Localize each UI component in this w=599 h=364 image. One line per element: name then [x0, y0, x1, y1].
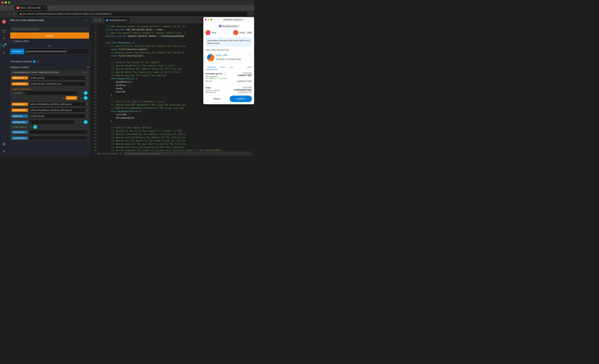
func-row-requestrelay: requestRelayB... ▾	[10, 107, 89, 113]
fulfill-chevron-icon[interactable]: ▾	[87, 77, 88, 79]
mm-contract-info-icon[interactable]: i	[247, 54, 250, 57]
lock-icon: 🔒	[20, 13, 22, 15]
clear-contracts-icon[interactable]: 🗑	[87, 66, 89, 68]
bookmark-icon[interactable]: ☆	[249, 12, 253, 16]
relay-epoch-button[interactable]: relayEpochInd...	[12, 131, 28, 134]
mm-total-values: 0.00015663 0.00015663 DEV	[234, 86, 252, 91]
browser-tab[interactable]: Remix - Ethereum IDE ✕	[15, 5, 47, 10]
required-deposit-button[interactable]: requiredDeposit	[12, 136, 28, 140]
tab-close-icon[interactable]: ✕	[44, 7, 45, 9]
get-request-status-button[interactable]: getRequestSta...	[12, 121, 28, 124]
mm-close-light[interactable]	[205, 19, 207, 20]
fulfill-request-button[interactable]: fulfillRequest	[12, 76, 28, 79]
relay-epoch-input[interactable]	[29, 130, 88, 134]
transactions-chevron-icon[interactable]: ›	[88, 60, 89, 63]
func-row-getrequeststatus: getRequestSta... ▾ ← 2	[10, 119, 89, 125]
mm-contract-addr[interactable]: 0x000...0809	[216, 54, 246, 56]
request-relay-input[interactable]	[29, 108, 86, 112]
request-id-input[interactable]	[24, 91, 77, 95]
tab-label: Remix - Ethereum IDE	[20, 7, 40, 9]
get-request-status-input[interactable]	[29, 120, 75, 124]
transact-copy-icon[interactable]: ⧉	[63, 97, 65, 99]
publish-row: Publish to IPFS	[10, 40, 89, 43]
mm-gas-small-value: 0.00015663	[238, 72, 252, 74]
request-local-input[interactable]	[29, 102, 86, 106]
mm-gas-info-icon[interactable]: i	[223, 72, 226, 75]
func-row-relayepoch: relayEpochInd...	[10, 129, 89, 135]
editor-bottom-bar: listen on all transactions	[91, 151, 254, 156]
contract-header-row[interactable]: ▾ RANDOMNESS AT 0X000...00809 (BLOCKCHAI…	[10, 70, 89, 75]
mm-tab-data[interactable]: DATA	[218, 65, 228, 70]
mm-notice[interactable]: New address detected! Click here to add …	[205, 37, 252, 47]
zoom-in-button[interactable]: ⊕	[98, 18, 101, 22]
close-traffic-light[interactable]	[1, 1, 4, 4]
sidebar-icon-settings[interactable]	[1, 148, 7, 154]
required-deposit-input[interactable]	[29, 136, 88, 140]
listen-checkbox[interactable]	[93, 152, 96, 155]
request-local-button[interactable]: requestLocalV...	[12, 103, 28, 106]
mm-total-small: 0.00015663	[234, 86, 252, 88]
requestlocal-chevron-icon[interactable]: ▾	[87, 103, 88, 105]
editor-tab-randomness[interactable]: Randomness.sol ✕	[104, 17, 130, 23]
reload-button[interactable]: ↻	[12, 12, 16, 16]
getrequest-chevron-icon[interactable]: ▾	[87, 115, 88, 117]
transactions-section-header[interactable]: Transactions recorded 1 i ›	[8, 59, 91, 64]
requestrelay-chevron-icon[interactable]: ▾	[87, 109, 88, 111]
editor-tab-close-icon[interactable]: ✕	[126, 19, 128, 21]
at-address-button[interactable]: At Address	[10, 49, 24, 54]
mm-network-badge[interactable]: Moonbase Alpha ▾	[218, 24, 240, 28]
mm-to-account: 0x000...0809	[233, 30, 252, 35]
get-request-input[interactable]	[29, 114, 86, 118]
code-line-41: 41 /// @param refundAddress The address …	[91, 133, 254, 136]
url-bar[interactable]: 🔒 remix.ethereum.org/#optimize=false&run…	[18, 12, 247, 16]
request-relay-button[interactable]: requestRelayB...	[12, 109, 28, 112]
search-tx-input[interactable]	[123, 152, 252, 155]
minimize-traffic-light[interactable]	[5, 1, 7, 4]
mm-minimize-light[interactable]	[208, 19, 210, 20]
sidebar-icon-git[interactable]	[1, 50, 7, 56]
mm-accounts: Alice → 0x000...0809	[205, 30, 252, 35]
mm-edit-button[interactable]: EDIT	[247, 65, 252, 70]
mm-divider	[205, 85, 252, 85]
mm-reject-button[interactable]: Reject	[205, 96, 228, 102]
sidebar-icon-files[interactable]	[1, 18, 7, 25]
svg-rect-7	[4, 143, 5, 144]
mm-tab-hex[interactable]: HEX	[228, 65, 236, 70]
sidebar-icon-plugin[interactable]	[1, 141, 7, 147]
panel-chevron-icon[interactable]: ›	[88, 19, 89, 22]
contract-close-icon[interactable]: ✕	[86, 71, 88, 74]
sidebar-icon-folder[interactable]	[1, 28, 7, 34]
forward-button[interactable]: ›	[7, 12, 11, 16]
arrow-left-4: ←	[80, 91, 83, 95]
mm-tab-details[interactable]: DETAILS	[205, 65, 218, 70]
maximize-traffic-light[interactable]	[8, 1, 10, 4]
sidebar-icon-deploy[interactable]	[1, 42, 7, 49]
zoom-out-button[interactable]: ⊖	[94, 18, 97, 22]
get-request-button[interactable]: getRequest	[12, 115, 28, 118]
purge-chevron-icon[interactable]: ▴	[87, 88, 88, 90]
new-tab-button[interactable]: +	[48, 5, 53, 10]
increase-chevron-icon[interactable]: ▾	[87, 83, 88, 85]
publish-checkbox[interactable]	[10, 40, 13, 43]
at-address-input[interactable]	[24, 49, 89, 54]
mm-maximize-light[interactable]	[211, 19, 212, 20]
getrequeststa-chevron-icon[interactable]: ▾	[76, 121, 77, 123]
purge-expired-expanded: purgeExpiredRequest ▴ requestId: ← 4	[10, 87, 89, 101]
mm-total-label-col: Total Amount + gas fee	[205, 86, 220, 91]
increase-request-button[interactable]: increaseReque...	[12, 82, 28, 85]
code-line-39: 39 /// @notice The request details	[91, 126, 254, 129]
increase-request-input[interactable]	[29, 82, 86, 86]
mm-gas-main-value: 0.000157 DEV	[238, 74, 252, 77]
deploy-header: DEPLOY & RUN TRANSACTIONS ✓ ›	[8, 17, 91, 24]
transactions-info-icon[interactable]: i	[37, 60, 39, 63]
sidebar-icon-search[interactable]	[1, 35, 7, 42]
contract-copy-icon[interactable]: ⧉	[83, 71, 85, 74]
transact-button[interactable]: transact	[66, 96, 77, 100]
editor-area: ⊖ ⊕ Randomness.sol ✕ 8 /// @dev Maximum …	[91, 17, 254, 156]
deploy-button[interactable]: Deploy	[10, 33, 89, 39]
mm-confirm-button[interactable]: Confirm	[230, 96, 252, 102]
mm-network-chevron: ▾	[238, 25, 238, 27]
back-button[interactable]: ‹	[1, 12, 5, 16]
status-output: 0: uint8: status 3	[10, 125, 28, 129]
fulfill-request-input[interactable]	[29, 76, 86, 80]
